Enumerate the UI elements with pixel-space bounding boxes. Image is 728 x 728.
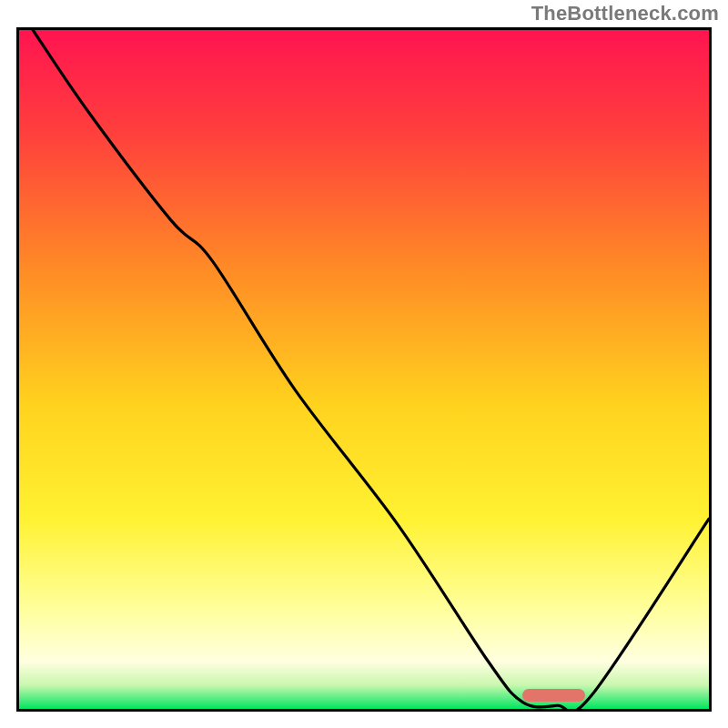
svg-rect-0	[19, 30, 709, 709]
watermark-text: TheBottleneck.com	[531, 2, 719, 25]
plot-area	[16, 27, 712, 712]
optimum-marker	[522, 689, 584, 702]
gradient-background	[19, 30, 709, 709]
chart-frame: TheBottleneck.com	[0, 0, 728, 728]
